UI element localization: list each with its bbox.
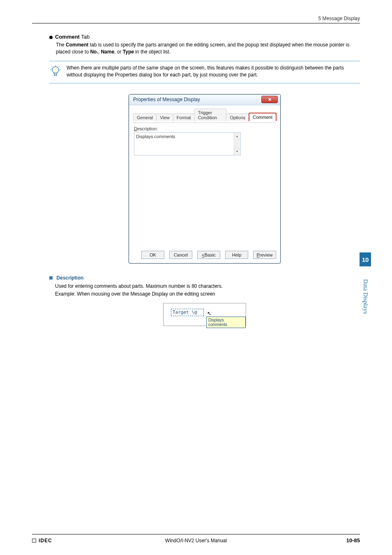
ok-button[interactable]: OK [141,251,164,259]
description-label: Description: [134,126,275,131]
tooltip-example: Target \@ ↖ Displays comments [163,303,246,326]
svg-line-4 [51,66,52,67]
description-textarea[interactable]: Displays comments ▲ ▼ [134,132,241,155]
lightbulb-icon [49,65,62,79]
footer-rule [32,534,360,534]
tab-format[interactable]: Format [173,113,195,121]
cancel-button[interactable]: Cancel [169,251,192,259]
bullet-dot [49,36,53,39]
tip-callout: When there are multiple parts of the sam… [49,61,360,83]
footer-manual-title: WindO/I-NV2 User's Manual [0,538,392,543]
tip-text: When there are multiple parts of the sam… [67,65,360,79]
example-widget: Target \@ [171,309,204,316]
svg-line-5 [59,66,60,67]
textarea-scrollbar[interactable]: ▲ ▼ [234,133,240,155]
tab-general[interactable]: General [133,113,157,121]
tab-options[interactable]: Options [226,113,249,121]
tab-trigger-condition[interactable]: Trigger Condition [194,109,227,121]
preview-button[interactable]: Preview [253,251,276,259]
example-tooltip: Displays comments [206,317,246,328]
description-body-2: Example: When mousing over the Message D… [55,290,360,298]
svg-point-0 [52,67,59,73]
chapter-number-tab: 10 [360,252,371,266]
close-button[interactable]: ✕ [261,96,278,103]
description-heading: Description [49,275,360,281]
intro-paragraph: The Comment tab is used to specify the p… [56,42,360,56]
tab-view[interactable]: View [156,113,173,121]
close-icon: ✕ [268,97,272,102]
comment-tab-heading: Comment Tab [49,34,360,40]
basic-button[interactable]: < Basic [197,251,220,259]
chapter-side-label: Data Displays [360,270,371,323]
top-rule [32,23,360,23]
square-bullet [49,276,53,280]
description-body-1: Used for entering comments about parts. … [55,282,360,290]
cursor-icon: ↖ [207,310,212,317]
footer-page-number: 10-85 [346,537,360,543]
dialog-tabs: General View Format Trigger Condition Op… [133,109,276,121]
scroll-down-icon[interactable]: ▼ [234,148,240,155]
properties-dialog: Properties of Message Display ✕ General … [129,94,281,264]
dialog-titlebar: Properties of Message Display ✕ [129,95,280,105]
scroll-up-icon[interactable]: ▲ [234,133,240,139]
tab-comment[interactable]: Comment [249,113,277,121]
dialog-title: Properties of Message Display [133,97,200,102]
page-section-header: 5 Message Display [318,16,360,21]
help-button[interactable]: Help [225,251,248,259]
description-value: Displays comments [136,134,175,139]
